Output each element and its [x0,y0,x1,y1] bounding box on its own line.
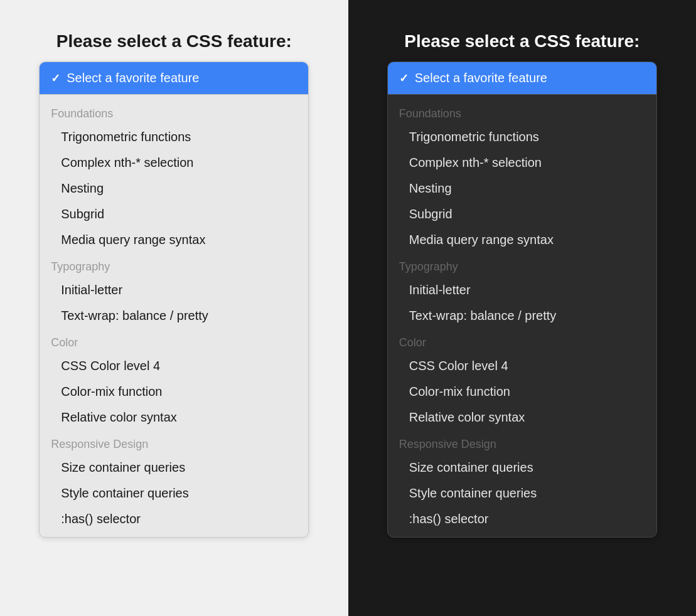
dark-dropdown[interactable]: ✓ Select a favorite feature Foundations … [387,61,657,538]
light-checkmark-icon: ✓ [51,72,60,85]
list-item[interactable]: Text-wrap: balance / pretty [388,303,656,329]
dark-options-list: Foundations Trigonometric functions Comp… [388,95,656,537]
list-item[interactable]: Trigonometric functions [388,124,656,150]
dark-group-typography: Typography [388,253,656,277]
dark-checkmark-icon: ✓ [399,72,409,85]
list-item[interactable]: Initial-letter [40,277,308,303]
light-group-responsive: Responsive Design [40,430,308,455]
list-item[interactable]: Text-wrap: balance / pretty [40,303,308,329]
list-item[interactable]: CSS Color level 4 [388,353,656,379]
list-item[interactable]: Media query range syntax [40,227,308,253]
light-panel: Please select a CSS feature: ✓ Select a … [0,0,348,616]
list-item[interactable]: Relative color syntax [40,405,308,430]
dark-selected-label: Select a favorite feature [415,71,547,85]
light-group-typography: Typography [40,253,308,277]
list-item[interactable]: Style container queries [388,481,656,506]
list-item[interactable]: Complex nth-* selection [40,150,308,176]
list-item[interactable]: Nesting [40,176,308,201]
dark-group-color: Color [388,329,656,353]
list-item[interactable]: Complex nth-* selection [388,150,656,176]
list-item[interactable]: Media query range syntax [388,227,656,253]
dark-group-responsive: Responsive Design [388,430,656,455]
list-item[interactable]: Trigonometric functions [40,124,308,150]
list-item[interactable]: :has() selector [40,506,308,532]
list-item[interactable]: Color-mix function [388,379,656,405]
light-panel-title: Please select a CSS feature: [56,31,292,51]
light-group-foundations: Foundations [40,100,308,124]
light-selected-label: Select a favorite feature [67,71,199,85]
list-item[interactable]: Size container queries [40,455,308,481]
list-item[interactable]: :has() selector [388,506,656,532]
list-item[interactable]: Initial-letter [388,277,656,303]
light-group-color: Color [40,329,308,353]
list-item[interactable]: Subgrid [40,201,308,227]
list-item[interactable]: Style container queries [40,481,308,506]
dark-group-foundations: Foundations [388,100,656,124]
dark-selected-option[interactable]: ✓ Select a favorite feature [388,62,656,94]
light-selected-option[interactable]: ✓ Select a favorite feature [40,62,308,94]
dark-panel: Please select a CSS feature: ✓ Select a … [348,0,697,616]
list-item[interactable]: Color-mix function [40,379,308,405]
light-dropdown[interactable]: ✓ Select a favorite feature Foundations … [39,61,309,538]
list-item[interactable]: Size container queries [388,455,656,481]
dark-panel-title: Please select a CSS feature: [404,31,640,51]
list-item[interactable]: Nesting [388,176,656,201]
light-options-list: Foundations Trigonometric functions Comp… [40,95,308,537]
list-item[interactable]: Relative color syntax [388,405,656,430]
list-item[interactable]: Subgrid [388,201,656,227]
list-item[interactable]: CSS Color level 4 [40,353,308,379]
